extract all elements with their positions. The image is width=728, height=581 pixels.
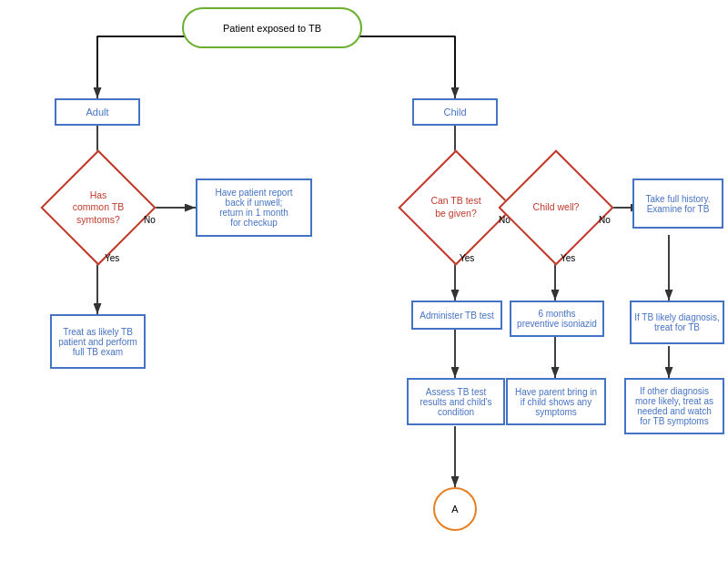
child-well-text: Child well? [520,201,592,214]
adult-label: Adult [86,107,108,117]
if-other-node: If other diagnosis more likely, treat as… [624,378,724,434]
if-other-label: If other diagnosis more likely, treat as… [635,386,713,426]
treat-likely-label: Treat as likely TB patient and perform f… [58,327,137,357]
child-label: Child [443,107,466,117]
report-back-node: Have patient report back if unwell; retu… [196,178,312,237]
administer-tb-node: Administer TB test [411,301,502,330]
connector-a-label: A [451,504,458,515]
arrows-svg [0,0,728,581]
parent-bring-node: Have parent bring in if child shows any … [506,378,606,425]
assess-tb-node: Assess TB test results and child's condi… [407,378,505,425]
if-tb-likely-node: If TB likely diagnosis, treat for TB [630,301,724,344]
yes-child-well-label: Yes [561,253,575,263]
has-symptoms-text: Hascommon TBsymtoms? [62,189,135,227]
adult-node: Adult [55,98,140,126]
start-node: Patient exposed to TB [182,7,362,48]
if-tb-likely-label: If TB likely diagnosis, treat for TB [634,312,720,332]
connector-a-node: A [433,487,477,531]
administer-tb-label: Administer TB test [420,311,494,321]
has-symptoms-node: Hascommon TBsymtoms? [57,167,139,249]
parent-bring-label: Have parent bring in if child shows any … [515,387,597,417]
no-symptoms-label: No [144,215,156,225]
take-history-label: Take full history. Examine for TB [646,194,711,214]
yes-symptoms-label: Yes [105,253,119,263]
can-tb-test-text: Can TB testbe given? [420,195,492,219]
report-back-label: Have patient report back if unwell; retu… [215,188,292,228]
yes-tb-test-label: Yes [460,253,474,263]
treat-likely-node: Treat as likely TB patient and perform f… [50,314,146,369]
can-tb-test-node: Can TB testbe given? [415,167,497,249]
start-label: Patient exposed to TB [223,23,321,34]
assess-tb-label: Assess TB test results and child's condi… [420,387,491,417]
flowchart: Patient exposed to TB Adult Child Hascom… [0,0,728,581]
six-months-node: 6 months preventive isoniazid [510,301,604,337]
six-months-label: 6 months preventive isoniazid [517,309,597,329]
no-child-well-label: No [599,215,611,225]
take-history-node: Take full history. Examine for TB [632,178,723,229]
child-node: Child [412,98,498,126]
child-well-node: Child well? [515,167,597,249]
